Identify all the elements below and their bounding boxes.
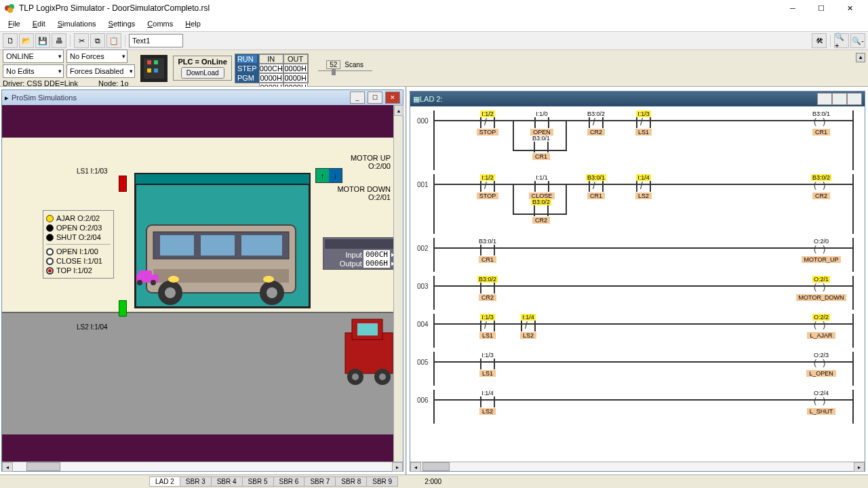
lad-maximize[interactable]: ☐ [832, 93, 847, 105]
plc-mode-panel: RUNSTEPPGM INOUT 000CH0000H0000H0000H000… [235, 54, 309, 83]
svg-rect-18 [201, 235, 235, 256]
svg-point-24 [267, 287, 277, 298]
ls1-label: LS1 I:1/03 [77, 167, 108, 175]
menubar: FileEditSimulationsSettingsCommsHelp [0, 16, 868, 31]
svg-point-25 [168, 276, 179, 283]
svg-rect-17 [160, 235, 194, 256]
menu-simulations[interactable]: Simulations [52, 18, 102, 29]
prosim-title: ProSim Simulations [12, 94, 347, 102]
forces-dropdown[interactable]: No Forces [66, 49, 127, 63]
lad-hscroll[interactable]: ◂▸ [410, 462, 865, 471]
motor-icon: ↑↓ [315, 168, 342, 183]
status-coord: 2:000 [425, 478, 441, 485]
svg-rect-5 [154, 60, 158, 64]
statusbar: LAD 2SBR 3SBR 4SBR 5SBR 6SBR 7SBR 8SBR 9… [0, 474, 868, 488]
tab-lad2[interactable]: LAD 2 [149, 476, 180, 487]
prosim-minimize[interactable]: _ [350, 92, 365, 104]
ladder-window: ▦ LAD 2: _ ☐ ✕ 000I:1/2STOPI:1/0OPENB3:0… [410, 91, 865, 472]
door-frame [134, 173, 311, 308]
svg-point-13 [352, 373, 359, 380]
scans-label: Scans [344, 61, 363, 68]
sim-vscroll[interactable]: ▴ [393, 105, 403, 462]
tab-sbr5[interactable]: SBR 5 [242, 476, 274, 487]
tab-sbr4[interactable]: SBR 4 [211, 476, 243, 487]
window-titlebar: TLP LogixPro Simulator - DoorSimulatorCo… [0, 0, 868, 16]
red-truck-graphic [338, 312, 399, 387]
driver-label: Driver: CSS DDE=Link [3, 79, 78, 87]
menu-settings[interactable]: Settings [103, 18, 141, 29]
ladder-body[interactable]: 000I:1/2STOPI:1/0OPENB3:0/2CR2I:1/3LS1B3… [410, 106, 865, 460]
tab-sbr3[interactable]: SBR 3 [180, 476, 212, 487]
collapse-strip-button[interactable]: ▴ [856, 53, 865, 62]
svg-rect-7 [154, 68, 158, 73]
ls2-sensor [119, 300, 127, 317]
menu-edit[interactable]: Edit [27, 18, 51, 29]
close-button[interactable]: ✕ [835, 0, 864, 16]
svg-point-14 [379, 373, 386, 380]
edits-dropdown[interactable]: No Edits [3, 64, 64, 78]
sim-canvas: LS1 I:1/03 LS2 I:1/04 MOTOR UPO:2/00 MOT… [2, 105, 403, 462]
menu-comms[interactable]: Comms [142, 18, 178, 29]
minimize-button[interactable]: ─ [778, 0, 807, 16]
tab-sbr9[interactable]: SBR 9 [366, 476, 398, 487]
text-input[interactable] [129, 34, 183, 47]
ladder-titlebar: ▦ LAD 2: _ ☐ ✕ [410, 92, 865, 106]
svg-point-23 [165, 287, 176, 298]
maximize-button[interactable]: ☐ [807, 0, 835, 16]
svg-point-29 [137, 280, 142, 285]
svg-rect-10 [357, 323, 378, 336]
window-title: TLP LogixPro Simulator - DoorSimulatorCo… [19, 3, 778, 13]
lad-minimize[interactable]: _ [817, 93, 832, 105]
prosim-close[interactable]: ✕ [385, 92, 400, 104]
svg-point-26 [263, 276, 274, 283]
svg-rect-19 [241, 235, 282, 256]
ls2-label: LS2 I:1/04 [77, 323, 108, 331]
new-button[interactable]: 🗋 [3, 33, 18, 48]
svg-point-2 [7, 7, 13, 13]
zoom-in-button[interactable]: 🔍+ [834, 33, 849, 48]
plc-status-strip: ONLINE No Forces No Edits Forces Disable… [0, 50, 868, 87]
svg-rect-6 [147, 68, 151, 73]
tab-sbr7[interactable]: SBR 7 [304, 476, 336, 487]
pink-car-graphic [136, 269, 160, 286]
tab-sbr6[interactable]: SBR 6 [273, 476, 305, 487]
lad-close[interactable]: ✕ [847, 93, 862, 105]
paste-button[interactable]: 📋 [106, 33, 121, 48]
zoom-out-button[interactable]: 🔍- [850, 33, 865, 48]
ladder-title: LAD 2: [420, 95, 817, 103]
control-panel: AJAR O:2/02OPEN O:2/03SHUT O:2/04OPEN I:… [43, 210, 114, 279]
print-button[interactable]: 🖶 [52, 33, 66, 48]
download-button[interactable]: DownLoad [181, 67, 224, 79]
app-icon [4, 3, 15, 14]
svg-rect-4 [147, 60, 151, 64]
forces-disabled-dropdown[interactable]: Forces Disabled [66, 64, 135, 78]
ls1-sensor [119, 176, 127, 192]
svg-point-30 [151, 280, 156, 285]
plc-icon [140, 55, 167, 82]
plc-status-label: PLC = OnLine [178, 58, 226, 66]
online-dropdown[interactable]: ONLINE [3, 49, 64, 63]
copy-button[interactable]: ⧉ [90, 33, 105, 48]
io-monitor-box: Input000CH▸ Output0006H▸ [323, 237, 397, 270]
prosim-window: ▸ ProSim Simulations _ ☐ ✕ [1, 89, 403, 472]
prosim-icon: ▸ [5, 94, 9, 102]
node-label: Node: 1o [98, 79, 129, 87]
bus-graphic [140, 211, 302, 306]
cut-button[interactable]: ✂ [74, 33, 89, 48]
scans-slider[interactable] [318, 70, 372, 76]
sim-hscroll[interactable]: ◂▸ [2, 462, 403, 471]
open-button[interactable]: 📂 [19, 33, 34, 48]
menu-help[interactable]: Help [180, 18, 206, 29]
prosim-maximize[interactable]: ☐ [368, 92, 382, 104]
save-button[interactable]: 💾 [35, 33, 50, 48]
tab-sbr8[interactable]: SBR 8 [335, 476, 367, 487]
menu-file[interactable]: File [3, 18, 26, 29]
main-toolbar: 🗋 📂 💾 🖶 ✂ ⧉ 📋 🛠 🔍+ 🔍- [0, 31, 868, 50]
svg-rect-28 [138, 270, 152, 277]
ladder-icon: ▦ [413, 95, 420, 104]
tool-icon[interactable]: 🛠 [812, 33, 827, 48]
